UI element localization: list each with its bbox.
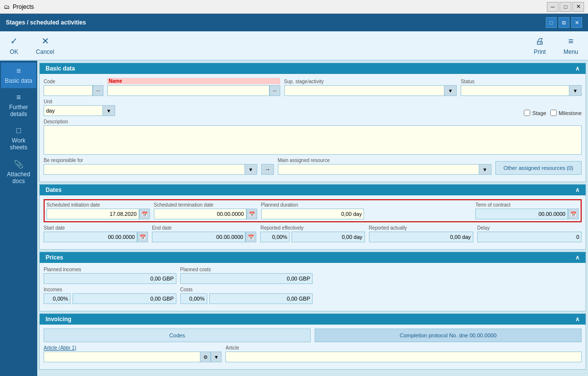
menu-button[interactable]: ≡ Menu	[560, 34, 582, 57]
minimize-button[interactable]: ─	[547, 2, 559, 12]
sidebar-item-attached-docs[interactable]: 📎 Attached docs	[1, 156, 36, 188]
planned-incomes-input[interactable]	[44, 273, 176, 284]
other-resources-button[interactable]: Other assigned resources (0)	[495, 161, 582, 175]
incomes-pct-input[interactable]	[44, 293, 71, 304]
reported-actually-input[interactable]	[369, 232, 473, 242]
end-date-calendar-button[interactable]: 📅	[245, 232, 256, 242]
basic-data-collapse-icon: ∧	[575, 65, 580, 72]
incomes-value-input[interactable]	[73, 293, 176, 304]
sidebar-item-worksheets[interactable]: □ Work sheets	[1, 122, 36, 155]
article-abbr1-label[interactable]: Article (Abbr 1)	[44, 345, 221, 351]
code-input[interactable]	[44, 85, 93, 96]
dialog-restore-button[interactable]: □	[546, 17, 557, 28]
title-bar-controls: ─ □ ✕	[547, 2, 584, 12]
term-contract-calendar-button[interactable]: 📅	[568, 209, 579, 219]
sidebar-item-further-details[interactable]: ≡ Further details	[1, 89, 36, 121]
description-label: Description	[44, 119, 582, 124]
basic-data-row3: Be responsible for ▼ → Main assigned res…	[44, 158, 582, 175]
basic-data-header[interactable]: Basic data ∧	[40, 63, 586, 74]
end-date-input[interactable]	[152, 232, 245, 242]
scheduled-initiation-calendar-button[interactable]: 📅	[139, 209, 150, 219]
main-resource-dropdown-button[interactable]: ▼	[479, 164, 491, 175]
start-date-input[interactable]	[44, 232, 137, 242]
invoicing-header[interactable]: Invoicing ∧	[40, 314, 586, 325]
dialog-header: Stages / scheduled activities □ ⧉ ✕	[0, 14, 588, 31]
toolbar-right: 🖨 Print ≡ Menu	[530, 34, 582, 57]
scheduled-termination-input[interactable]	[154, 209, 246, 219]
description-group: Description	[44, 119, 582, 155]
status-input[interactable]	[461, 85, 569, 96]
main-layout: ≡ Basic data ≡ Further details □ Work sh…	[0, 61, 588, 376]
stage-label: Stage	[532, 110, 546, 116]
start-date-group: Start date 📅	[44, 225, 148, 242]
scheduled-initiation-input[interactable]	[47, 209, 139, 219]
name-label: Name	[107, 78, 280, 84]
cancel-button[interactable]: ✕ Cancel	[32, 34, 58, 57]
costs-value-input[interactable]	[209, 293, 313, 304]
reported-effectively-group: Reported effectively	[260, 225, 365, 242]
sup-stage-input[interactable]	[284, 85, 444, 96]
start-date-calendar-button[interactable]: 📅	[137, 232, 148, 242]
completion-protocol-button[interactable]: Completion protocol No. dne 00.00.0000	[315, 329, 582, 342]
stage-checkbox[interactable]	[524, 110, 530, 116]
dates-row1: Scheduled initiation date 📅 Scheduled te…	[47, 202, 579, 219]
unit-label: Unit	[44, 99, 115, 104]
article-label: Article	[225, 345, 582, 351]
reported-effectively-pct-input[interactable]	[260, 232, 290, 242]
reported-actually-label: Reported actually	[369, 225, 473, 231]
start-date-label: Start date	[44, 225, 148, 231]
assign-resource-button[interactable]: →	[261, 164, 274, 175]
dialog-pin-button[interactable]: ⧉	[559, 17, 569, 28]
print-button[interactable]: 🖨 Print	[530, 34, 550, 57]
unit-input[interactable]	[44, 105, 102, 116]
basic-data-title: Basic data	[46, 65, 75, 72]
article-abbr1-dropdown-button[interactable]: ▼	[211, 352, 221, 362]
maximize-button[interactable]: □	[560, 2, 571, 12]
article-input[interactable]	[225, 352, 582, 362]
codes-button[interactable]: Codes	[44, 329, 311, 342]
main-resource-input[interactable]	[278, 164, 479, 175]
dates-header[interactable]: Dates ∧	[40, 185, 586, 195]
name-browse-button[interactable]: ···	[270, 85, 280, 96]
term-contract-input[interactable]	[475, 209, 568, 219]
responsible-group: Be responsible for ▼	[44, 158, 257, 175]
responsible-dropdown-button[interactable]: ▼	[245, 164, 257, 175]
responsible-select-group: ▼	[44, 164, 257, 175]
article-abbr1-input[interactable]	[44, 352, 200, 362]
sidebar-worksheets-label: Work sheets	[3, 137, 34, 151]
dialog-close-button[interactable]: ✕	[571, 17, 582, 28]
name-input[interactable]	[107, 85, 270, 96]
close-button[interactable]: ✕	[572, 2, 584, 12]
costs-pct-input[interactable]	[180, 293, 207, 304]
status-group: Status ▼	[461, 79, 582, 96]
status-dropdown-button[interactable]: ▼	[569, 85, 582, 96]
prices-row2: Incomes Costs	[44, 287, 582, 304]
planned-costs-input[interactable]	[180, 273, 313, 284]
delay-input[interactable]	[477, 232, 582, 242]
planned-duration-input[interactable]	[261, 209, 365, 219]
sup-stage-dropdown-button[interactable]: ▼	[444, 85, 457, 96]
invoicing-collapse-icon: ∧	[575, 316, 580, 323]
term-contract-label: Term of contract	[475, 202, 579, 208]
prices-row1: Planned incomes Planned costs	[44, 267, 582, 284]
code-input-group: ···	[44, 85, 103, 96]
scheduled-termination-calendar-button[interactable]: 📅	[246, 209, 257, 219]
basic-data-row2: Unit ▼ Stage Milestone	[44, 99, 582, 116]
milestone-checkbox[interactable]	[550, 110, 557, 116]
description-textarea[interactable]	[44, 125, 582, 155]
ok-button[interactable]: ✓ OK	[6, 34, 22, 57]
reported-effectively-day-input[interactable]	[292, 232, 365, 242]
main-resource-group: Main assigned resource ▼	[278, 158, 491, 175]
dialog-title: Stages / scheduled activities	[6, 19, 86, 26]
invoicing-title: Invoicing	[46, 316, 72, 323]
app-icon: 🗂	[4, 3, 10, 10]
code-browse-button[interactable]: ···	[93, 85, 103, 96]
unit-dropdown-button[interactable]: ▼	[102, 105, 115, 116]
attached-docs-icon: 📎	[14, 160, 24, 169]
responsible-input[interactable]	[44, 164, 245, 175]
sidebar-item-basic-data[interactable]: ≡ Basic data	[1, 63, 36, 88]
article-abbr1-settings-button[interactable]: ⚙	[200, 352, 211, 362]
prices-header[interactable]: Prices ∧	[40, 252, 586, 263]
term-contract-group: Term of contract 📅	[475, 202, 579, 219]
planned-incomes-label: Planned incomes	[44, 267, 176, 272]
